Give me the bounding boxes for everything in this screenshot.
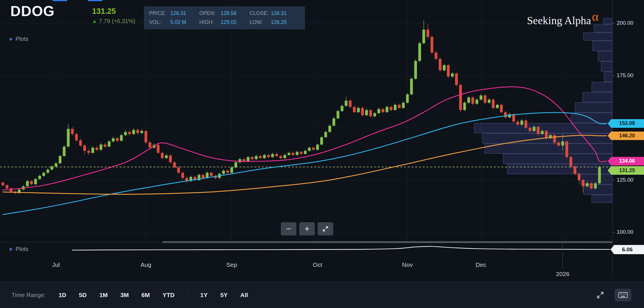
disclosure-triangle-icon bbox=[10, 248, 13, 251]
price-change-row: ▲ 7.79 (+6.31%) bbox=[92, 18, 135, 24]
info-open: OPEN:128.56 bbox=[199, 10, 250, 16]
x-axis-label-Aug: Aug bbox=[133, 261, 159, 268]
time-range-1m[interactable]: 1M bbox=[99, 292, 108, 299]
x-axis-label-Nov: Nov bbox=[395, 261, 420, 268]
top-accent-bar-1 bbox=[53, 0, 67, 1]
time-range-6m[interactable]: 6M bbox=[142, 292, 150, 299]
disclosure-triangle-icon bbox=[10, 37, 13, 41]
keyboard-shortcuts-button[interactable] bbox=[615, 289, 631, 301]
info-vol: VOL:5.02 M bbox=[149, 19, 199, 25]
reset-zoom-button[interactable] bbox=[318, 222, 333, 235]
price-axis-line bbox=[612, 0, 613, 278]
x-axis-label-Jul: Jul bbox=[43, 261, 69, 268]
top-accent-bar-2 bbox=[88, 0, 102, 1]
fullscreen-icon bbox=[596, 291, 604, 299]
time-range-3m[interactable]: 3M bbox=[120, 292, 129, 299]
expand-diagonal-icon bbox=[322, 226, 329, 232]
info-close: CLOSE:126.31 bbox=[249, 10, 300, 16]
x-axis-label-Dec: Dec bbox=[468, 261, 494, 268]
x-axis-label-Oct: Oct bbox=[304, 261, 330, 268]
fullscreen-button[interactable] bbox=[596, 291, 604, 299]
up-arrow-icon: ▲ bbox=[92, 18, 97, 24]
info-low: LOW:126.25 bbox=[249, 19, 300, 25]
info-price: PRICE:126.31 bbox=[149, 10, 199, 16]
info-high: HIGH:129.02 bbox=[199, 19, 250, 25]
x-axis-label-Sep: Sep bbox=[219, 261, 245, 268]
lower-plot-line bbox=[72, 246, 611, 250]
plots-label: Plots bbox=[16, 246, 28, 252]
x-axis-label-2026: 2026 bbox=[550, 271, 576, 277]
time-range-label: Time Range: bbox=[12, 292, 46, 299]
plots-toggle-top[interactable]: Plots bbox=[10, 36, 28, 42]
zoom-out-button[interactable]: − bbox=[281, 222, 296, 235]
lower-plot bbox=[0, 243, 644, 260]
bottom-toolbar: Time Range: 1D5D1M3M6MYTD1Y5YAll bbox=[0, 282, 644, 308]
toolbar-divider bbox=[187, 291, 188, 299]
time-range-1d[interactable]: 1D bbox=[58, 292, 66, 299]
alpha-glyph: α bbox=[592, 9, 599, 24]
seeking-alpha-chart-app: 200.00175.00125.00100.00 JulAugSepOctNov… bbox=[0, 0, 644, 308]
last-price: 131.25 bbox=[92, 7, 116, 16]
volume-profile bbox=[474, 18, 612, 203]
plots-label: Plots bbox=[16, 36, 28, 42]
main-chart[interactable] bbox=[0, 0, 644, 242]
toolbar-right-icons bbox=[596, 282, 631, 308]
ohlc-info-panel: PRICE:126.31OPEN:128.56CLOSE:126.31VOL:5… bbox=[144, 6, 305, 29]
keyboard-icon bbox=[618, 292, 628, 299]
seeking-alpha-logo: Seeking Alphaα bbox=[527, 13, 599, 27]
zoom-controls: − + bbox=[281, 222, 333, 235]
time-range-ytd[interactable]: YTD bbox=[163, 292, 175, 299]
logo-text: Seeking Alpha bbox=[527, 14, 591, 26]
time-range-5y[interactable]: 5Y bbox=[220, 292, 228, 299]
symbol-ticker: DDOG bbox=[10, 3, 55, 20]
zoom-in-button[interactable]: + bbox=[299, 222, 315, 235]
time-range-buttons: 1D5D1M3M6MYTD1Y5YAll bbox=[58, 291, 248, 299]
lower-plot-value-tag: 6.06 bbox=[611, 245, 644, 254]
price-change-text: 7.79 (+6.31%) bbox=[99, 18, 135, 24]
time-range-1y[interactable]: 1Y bbox=[200, 292, 208, 299]
time-range-all[interactable]: All bbox=[240, 292, 248, 299]
plots-toggle-bottom[interactable]: Plots bbox=[10, 246, 32, 252]
time-range-5d[interactable]: 5D bbox=[79, 292, 87, 299]
